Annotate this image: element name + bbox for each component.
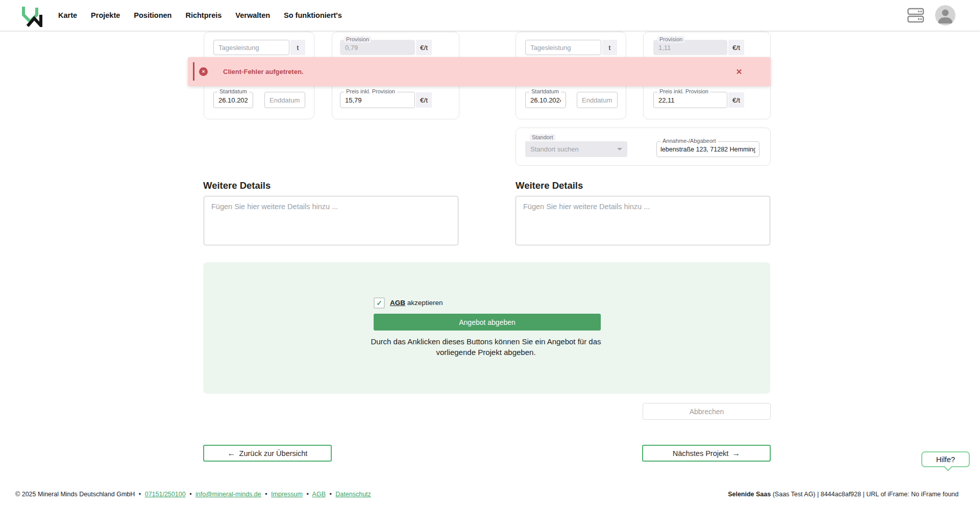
abbrechen-button[interactable]: Abbrechen (643, 403, 771, 420)
unit-label-eurt-left-2: €/t (416, 92, 432, 108)
preis-label-left: Preis inkl. Provision (344, 88, 397, 95)
main-nav: Karte Projekte Positionen Richtpreis Ver… (58, 0, 342, 31)
enddatum-field-right (577, 92, 618, 108)
startdatum-field-right: Startdatum (525, 92, 566, 108)
footer-separator: • (263, 491, 269, 498)
unit-label-eurt-right-1: €/t (728, 40, 744, 55)
startdatum-label-right: Startdatum (529, 88, 561, 95)
startdatum-field-left: Startdatum (213, 92, 253, 108)
unit-label-t-right: t (602, 40, 617, 55)
page: Karte Projekte Positionen Richtpreis Ver… (0, 0, 980, 507)
footer-link-impressum[interactable]: Impressum (271, 491, 303, 498)
footer-separator: • (304, 491, 310, 498)
naechstes-label: Nächstes Projekt (673, 449, 729, 458)
enddatum-input-right[interactable] (577, 92, 618, 108)
nav-item-karte[interactable]: Karte (58, 11, 77, 19)
abgabeort-field: Annahme-/Abgabeort (656, 141, 760, 157)
server-icon (906, 8, 925, 23)
preis-field-right: Preis inkl. Provision (653, 92, 727, 108)
zurueck-button[interactable]: ← Zurück zur Übersicht (203, 445, 332, 462)
footer-right: Selenide Saas (Saas Test AG) | 8444ac8af… (728, 491, 959, 498)
footer-env-info: (Saas Test AG) | 8444ac8af928 | URL of i… (771, 491, 959, 498)
details-heading-right: Weitere Details (516, 180, 583, 191)
tagesleistung-field-right (525, 40, 601, 55)
footer-separator: • (327, 491, 333, 498)
footer-separator: • (137, 491, 143, 498)
check-icon: ✓ (376, 299, 382, 307)
footer-app-name: Selenide Saas (728, 491, 771, 498)
provision-field-right: Provision (653, 40, 727, 55)
error-circle-icon: ✕ (199, 67, 208, 76)
offer-description: Durch das Anklicken dieses Buttons könne… (353, 337, 619, 358)
logo[interactable] (20, 4, 45, 27)
arrow-left-icon: ← (228, 449, 236, 458)
provision-field-left: Provision (340, 40, 415, 55)
footer: © 2025 Mineral Minds Deutschland GmbH • … (0, 485, 980, 507)
footer-separator: • (187, 491, 193, 498)
details-textarea-left[interactable] (204, 196, 458, 245)
preis-label-right: Preis inkl. Provision (657, 88, 710, 95)
error-accent-bar (193, 62, 194, 81)
error-message: Client-Fehler aufgetreten. (223, 57, 303, 86)
standort-select-placeholder: Standort suchen (530, 145, 579, 153)
provision-label-left: Provision (344, 36, 371, 43)
avatar-icon (935, 5, 955, 26)
standort-label: Standort (530, 134, 555, 141)
chevron-down-icon (617, 148, 622, 150)
footer-link-agb[interactable]: AGB (312, 491, 326, 498)
hilfe-button[interactable]: Hilfe? (921, 451, 970, 467)
nav-item-so-funktionierts[interactable]: So funktioniert's (284, 11, 342, 19)
tagesleistung-input-right[interactable] (525, 40, 601, 55)
zurueck-label: Zurück zur Übersicht (239, 449, 308, 458)
tagesleistung-field-left (213, 40, 289, 55)
tagesleistung-input-left[interactable] (213, 40, 289, 55)
unit-label-eurt-right-2: €/t (728, 92, 744, 108)
provision-label-right: Provision (657, 36, 684, 43)
nav-item-richtpreis[interactable]: Richtpreis (185, 11, 222, 19)
angebot-abgeben-button[interactable]: Angebot abgeben (374, 314, 601, 331)
footer-link-email[interactable]: info@mineral-minds.de (195, 491, 261, 498)
agb-link[interactable]: AGB (390, 299, 405, 307)
naechstes-projekt-button[interactable]: Nächstes Projekt → (642, 445, 771, 462)
nav-item-projekte[interactable]: Projekte (91, 11, 120, 19)
agb-label: AGB akzeptieren (390, 299, 443, 307)
hilfe-label: Hilfe? (936, 455, 955, 464)
startdatum-label-left: Startdatum (217, 88, 249, 95)
top-navbar: Karte Projekte Positionen Richtpreis Ver… (0, 0, 980, 31)
standort-select: Standort suchen (525, 141, 627, 157)
footer-left: © 2025 Mineral Minds Deutschland GmbH • … (15, 491, 371, 498)
abgabeort-label: Annahme-/Abgabeort (660, 138, 718, 144)
enddatum-field-left (264, 92, 305, 108)
offer-panel: ✓ AGB akzeptieren Angebot abgeben Durch … (203, 262, 770, 394)
mineral-minds-logo-icon (20, 4, 45, 27)
copyright-text: © 2025 Mineral Minds Deutschland GmbH (15, 491, 135, 498)
footer-link-phone[interactable]: 07151/250100 (145, 491, 186, 498)
unit-label-eurt-left-1: €/t (416, 40, 432, 55)
details-textarea-right[interactable] (516, 196, 770, 245)
unit-label-t-left: t (290, 40, 305, 55)
environment-switcher-button[interactable] (906, 0, 925, 31)
agb-checkbox[interactable]: ✓ (374, 297, 385, 309)
arrow-right-icon: → (732, 449, 740, 458)
details-heading-left: Weitere Details (203, 180, 271, 191)
agb-label-rest: akzeptieren (405, 299, 443, 307)
preis-field-left: Preis inkl. Provision (340, 92, 415, 108)
user-menu-button[interactable] (935, 0, 955, 31)
error-banner: ✕ Client-Fehler aufgetreten. ✕ (188, 57, 771, 86)
enddatum-input-left[interactable] (264, 92, 305, 108)
nav-item-verwalten[interactable]: Verwalten (235, 11, 270, 19)
close-icon[interactable]: ✕ (733, 66, 745, 78)
nav-item-positionen[interactable]: Positionen (134, 11, 172, 19)
footer-link-datenschutz[interactable]: Datenschutz (335, 491, 371, 498)
